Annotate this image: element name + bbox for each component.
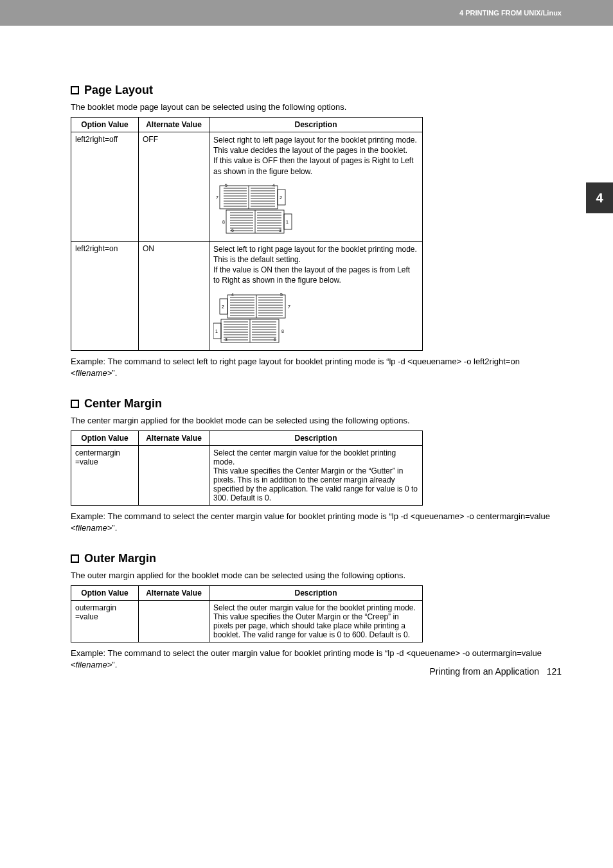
square-bullet-icon — [71, 86, 79, 94]
section-intro: The outer margin applied for the booklet… — [71, 571, 562, 580]
example-post: ”. — [112, 660, 117, 669]
svg-text:8: 8 — [222, 220, 225, 224]
table-header-row: Option Value Alternate Value Description — [71, 430, 423, 445]
cell-alternate: ON — [139, 241, 209, 350]
example-filename: <filename> — [71, 660, 112, 669]
example-pre: Example: The command to select the outer… — [71, 648, 542, 658]
example-text: Example: The command to select left to r… — [71, 356, 562, 379]
footer-section: Printing from an Application — [430, 666, 539, 677]
svg-text:4: 4 — [272, 183, 275, 188]
table-header-row: Option Value Alternate Value Description — [71, 586, 423, 601]
table-row: left2right=on ON Select left to right pa… — [71, 241, 423, 350]
table-header-row: Option Value Alternate Value Description — [71, 118, 423, 132]
options-table: Option Value Alternate Value Description… — [71, 585, 423, 642]
section-title-text: Center Margin — [84, 397, 162, 410]
svg-text:1: 1 — [215, 329, 218, 333]
cell-alternate — [139, 601, 209, 642]
section-title-text: Outer Margin — [84, 552, 156, 565]
svg-text:4: 4 — [231, 292, 234, 297]
cell-description: Select the center margin value for the b… — [209, 445, 423, 505]
cell-description: Select the outer margin value for the bo… — [209, 601, 423, 642]
svg-text:8: 8 — [281, 329, 284, 333]
svg-text:2: 2 — [280, 195, 282, 200]
example-filename: <filename> — [71, 523, 112, 533]
cell-description: Select right to left page layout for the… — [209, 132, 423, 242]
section-outer-margin: Outer Margin The outer margin applied fo… — [71, 552, 562, 671]
cell-option: left2right=on — [71, 241, 139, 350]
footer-page-number: 121 — [547, 666, 562, 677]
example-pre: Example: The command to select the cente… — [71, 511, 550, 521]
example-post: ”. — [112, 523, 117, 533]
section-center-margin: Center Margin The center margin applied … — [71, 397, 562, 534]
chapter-tab: 4 — [586, 182, 613, 213]
svg-text:1: 1 — [286, 220, 289, 224]
cell-alternate: OFF — [139, 132, 209, 242]
svg-text:3: 3 — [225, 337, 227, 342]
breadcrumb: 4 PRINTING FROM UNIX/Linux — [459, 0, 613, 26]
section-title: Outer Margin — [71, 552, 562, 565]
section-title: Center Margin — [71, 397, 562, 411]
table-row: centermargin =value Select the center ma… — [71, 445, 423, 505]
svg-text:3: 3 — [279, 228, 281, 233]
booklet-figure-rtl: 5427 6318 — [213, 181, 418, 238]
col-description: Description — [209, 430, 423, 445]
section-title: Page Layout — [71, 84, 562, 97]
options-table: Option Value Alternate Value Description… — [71, 117, 423, 351]
table-row: left2right=off OFF Select right to left … — [71, 132, 423, 242]
example-filename: <filename> — [71, 368, 112, 378]
svg-text:7: 7 — [216, 195, 218, 200]
booklet-figure-ltr: 4527 3618 — [213, 290, 418, 348]
section-intro: The booklet mode page layout can be sele… — [71, 102, 562, 112]
col-option-value: Option Value — [71, 430, 139, 445]
cell-description-text: Select right to left page layout for the… — [213, 135, 418, 177]
options-table: Option Value Alternate Value Description… — [71, 430, 423, 506]
cell-option: left2right=off — [71, 132, 139, 242]
section-page-layout: Page Layout The booklet mode page layout… — [71, 84, 562, 379]
example-pre: Example: The command to select left to r… — [71, 357, 520, 366]
section-intro: The center margin applied for the bookle… — [71, 416, 562, 425]
col-alternate-value: Alternate Value — [139, 586, 209, 601]
col-alternate-value: Alternate Value — [139, 430, 209, 445]
section-title-text: Page Layout — [84, 84, 153, 96]
svg-text:2: 2 — [222, 305, 224, 309]
col-description: Description — [209, 118, 423, 132]
svg-text:6: 6 — [231, 228, 234, 233]
breadcrumb-text: 4 PRINTING FROM UNIX/Linux — [459, 9, 562, 17]
cell-description-text: Select left to right page layout for the… — [213, 244, 418, 286]
header-bar: 4 PRINTING FROM UNIX/Linux — [0, 0, 613, 26]
svg-text:5: 5 — [225, 183, 227, 188]
cell-option: centermargin =value — [71, 445, 139, 505]
cell-description: Select left to right page layout for the… — [209, 241, 423, 350]
cell-alternate — [139, 445, 209, 505]
col-description: Description — [209, 586, 423, 601]
svg-text:5: 5 — [280, 292, 283, 297]
svg-text:7: 7 — [288, 305, 290, 309]
svg-text:6: 6 — [274, 337, 276, 342]
chapter-number: 4 — [596, 191, 603, 206]
square-bullet-icon — [71, 554, 79, 563]
col-option-value: Option Value — [71, 118, 139, 132]
square-bullet-icon — [71, 400, 79, 408]
col-option-value: Option Value — [71, 586, 139, 601]
col-alternate-value: Alternate Value — [139, 118, 209, 132]
page-footer: Printing from an Application 121 — [430, 666, 562, 677]
example-text: Example: The command to select the cente… — [71, 511, 562, 534]
example-post: ”. — [112, 368, 117, 378]
table-row: outermargin =value Select the outer marg… — [71, 601, 423, 642]
cell-option: outermargin =value — [71, 601, 139, 642]
